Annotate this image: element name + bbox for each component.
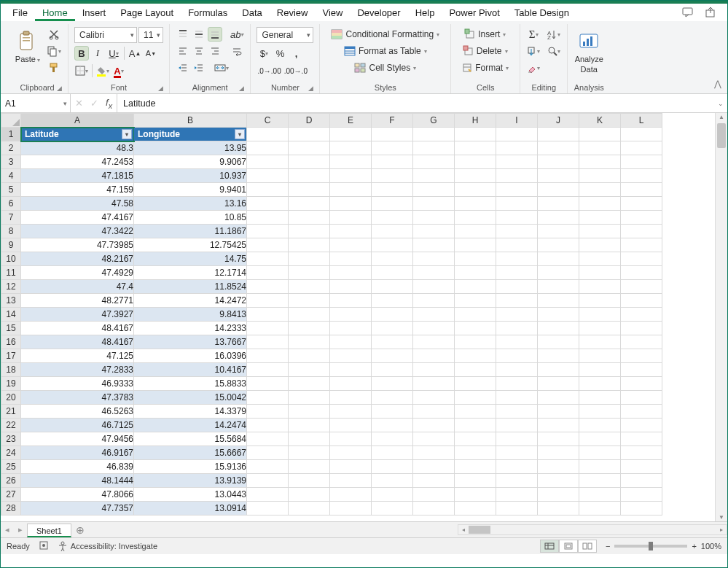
cell-L25[interactable] (621, 460, 662, 474)
cell-E10[interactable] (330, 252, 372, 266)
fill-button[interactable] (526, 44, 541, 58)
cell-F12[interactable] (372, 280, 413, 294)
cell-L14[interactable] (621, 308, 662, 322)
cell-L8[interactable] (621, 225, 662, 238)
cell-G21[interactable] (413, 405, 455, 419)
cell-E9[interactable] (330, 238, 372, 252)
cell-B24[interactable]: 15.6667 (134, 446, 247, 460)
cell-E1[interactable] (330, 128, 372, 141)
orientation-button[interactable]: ab (230, 27, 244, 42)
cell-F22[interactable] (372, 419, 413, 432)
cell-B9[interactable]: 12.75425 (134, 238, 247, 252)
cell-C3[interactable] (247, 155, 289, 169)
cell-I19[interactable] (496, 377, 538, 391)
cell-K8[interactable] (579, 225, 621, 238)
cell-I22[interactable] (496, 419, 538, 432)
cell-H7[interactable] (455, 211, 496, 225)
cell-G2[interactable] (413, 141, 455, 155)
cell-J9[interactable] (538, 238, 579, 252)
cell-A12[interactable]: 47.4 (21, 280, 134, 294)
cut-button[interactable] (46, 27, 62, 42)
number-format-combo[interactable]: General (257, 27, 313, 43)
column-header-C[interactable]: C (247, 114, 289, 128)
cell-C12[interactable] (247, 280, 289, 294)
cell-K24[interactable] (579, 446, 621, 460)
cell-K23[interactable] (579, 432, 621, 446)
page-layout-view-button[interactable] (559, 540, 578, 553)
alignment-dialog-launcher[interactable]: ◢ (239, 85, 244, 92)
cell-D19[interactable] (289, 377, 330, 391)
cell-A28[interactable]: 47.7357 (21, 502, 134, 516)
cell-J5[interactable] (538, 183, 579, 197)
cell-A27[interactable]: 47.8066 (21, 488, 134, 502)
cell-D28[interactable] (289, 502, 330, 516)
decrease-decimal-button[interactable]: .00→.0 (283, 63, 308, 78)
cell-G26[interactable] (413, 474, 455, 488)
cell-C11[interactable] (247, 266, 289, 280)
cell-D21[interactable] (289, 405, 330, 419)
cell-C5[interactable] (247, 183, 289, 197)
cell-H11[interactable] (455, 266, 496, 280)
sort-filter-button[interactable]: AZ (547, 27, 561, 42)
cell-F19[interactable] (372, 377, 413, 391)
row-header-7[interactable]: 7 (1, 211, 21, 225)
cell-D14[interactable] (289, 308, 330, 322)
cell-I23[interactable] (496, 432, 538, 446)
cell-J10[interactable] (538, 252, 579, 266)
cell-D18[interactable] (289, 363, 330, 377)
cell-H27[interactable] (455, 488, 496, 502)
cell-E22[interactable] (330, 419, 372, 432)
cell-J28[interactable] (538, 502, 579, 516)
cell-G23[interactable] (413, 432, 455, 446)
row-header-17[interactable]: 17 (1, 349, 21, 363)
cell-B5[interactable]: 9.9401 (134, 183, 247, 197)
cell-H8[interactable] (455, 225, 496, 238)
cell-I18[interactable] (496, 363, 538, 377)
share-button[interactable] (700, 4, 723, 21)
underline-button[interactable]: U (106, 46, 121, 61)
cell-B2[interactable]: 13.95 (134, 141, 247, 155)
cell-J20[interactable] (538, 391, 579, 405)
cell-K15[interactable] (579, 322, 621, 335)
cell-I4[interactable] (496, 169, 538, 183)
cell-G17[interactable] (413, 349, 455, 363)
grow-font-button[interactable]: A▲ (128, 46, 142, 61)
cell-G24[interactable] (413, 446, 455, 460)
row-header-11[interactable]: 11 (1, 266, 21, 280)
cell-K4[interactable] (579, 169, 621, 183)
cell-H10[interactable] (455, 252, 496, 266)
italic-button[interactable]: I (90, 46, 105, 61)
cell-J17[interactable] (538, 349, 579, 363)
row-header-25[interactable]: 25 (1, 460, 21, 474)
align-center-button[interactable] (192, 44, 206, 58)
cell-I12[interactable] (496, 280, 538, 294)
cell-A5[interactable]: 47.159 (21, 183, 134, 197)
cell-L4[interactable] (621, 169, 662, 183)
cell-C25[interactable] (247, 460, 289, 474)
cell-L6[interactable] (621, 197, 662, 211)
cell-K25[interactable] (579, 460, 621, 474)
row-header-18[interactable]: 18 (1, 363, 21, 377)
cell-C19[interactable] (247, 377, 289, 391)
cell-L18[interactable] (621, 363, 662, 377)
cell-C16[interactable] (247, 335, 289, 349)
cell-B3[interactable]: 9.9067 (134, 155, 247, 169)
paste-button[interactable]: Paste (12, 27, 43, 63)
cell-D27[interactable] (289, 488, 330, 502)
tab-view[interactable]: View (315, 4, 350, 21)
align-top-button[interactable] (176, 27, 190, 42)
cell-B4[interactable]: 10.937 (134, 169, 247, 183)
cell-B22[interactable]: 14.2474 (134, 419, 247, 432)
clipboard-dialog-launcher[interactable]: ◢ (57, 85, 62, 92)
cell-E21[interactable] (330, 405, 372, 419)
cell-B16[interactable]: 13.7667 (134, 335, 247, 349)
cell-B28[interactable]: 13.0914 (134, 502, 247, 516)
cell-E5[interactable] (330, 183, 372, 197)
cell-L13[interactable] (621, 294, 662, 308)
cell-F11[interactable] (372, 266, 413, 280)
cell-E20[interactable] (330, 391, 372, 405)
cell-F17[interactable] (372, 349, 413, 363)
cell-K17[interactable] (579, 349, 621, 363)
cell-C18[interactable] (247, 363, 289, 377)
cell-E14[interactable] (330, 308, 372, 322)
